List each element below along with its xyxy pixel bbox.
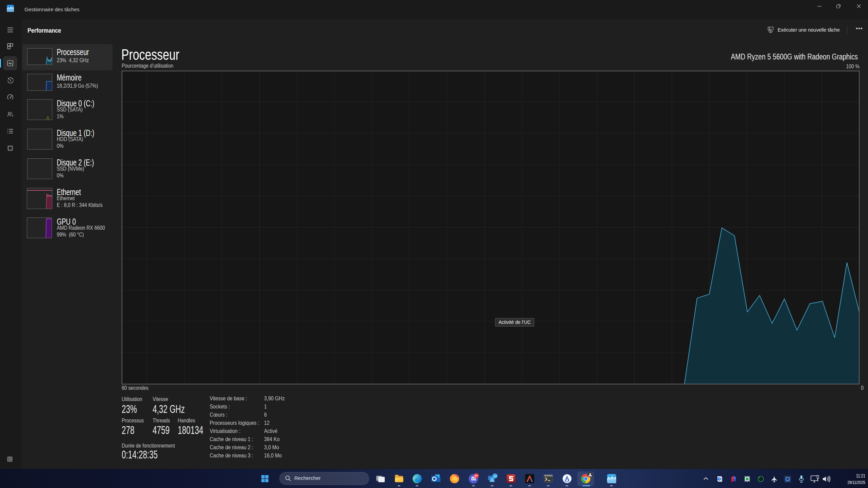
svg-text:9+: 9+ <box>475 474 478 477</box>
svg-text:12: 12 <box>493 474 497 478</box>
